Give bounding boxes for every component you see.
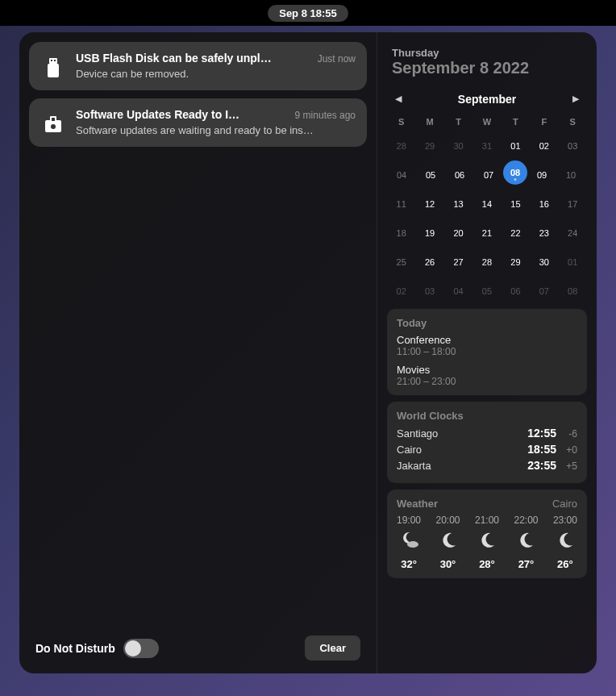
dnd-label: Do Not Disturb — [35, 642, 115, 655]
forecast-temp: 30° — [440, 558, 456, 570]
calendar-day[interactable]: 04 — [387, 160, 416, 190]
clock-offset: +5 — [563, 461, 577, 472]
calendar-day[interactable]: 21 — [472, 219, 501, 248]
calendar-day[interactable]: 13 — [444, 190, 472, 219]
next-month-icon[interactable]: ▶ — [569, 90, 582, 107]
moon-cloud-icon — [398, 531, 419, 553]
calendar-day[interactable]: 08 — [559, 277, 587, 306]
notification-title: Software Updates Ready to I… — [76, 108, 287, 121]
calendar-day[interactable]: 07 — [530, 277, 558, 306]
clock-city: Jakarta — [397, 460, 521, 472]
event-item: Movies 21:00 – 23:00 — [397, 364, 577, 387]
notification[interactable]: Software Updates Ready to I… 9 minutes a… — [29, 98, 367, 147]
dnd-toggle[interactable] — [123, 639, 159, 658]
calendar-day[interactable]: 09 — [527, 160, 556, 190]
calendar-day[interactable]: 28 — [387, 131, 415, 160]
calendar-day[interactable]: 01 — [502, 131, 530, 160]
calendar-day[interactable]: 26 — [415, 248, 443, 277]
calendar-day[interactable]: 06 — [445, 160, 474, 190]
calendar-day[interactable]: 18 — [387, 219, 415, 248]
calendar-day-today[interactable]: 08 — [503, 160, 527, 185]
calendar-day[interactable]: 29 — [415, 131, 443, 160]
calendar-day[interactable]: 15 — [502, 190, 530, 219]
calendar-day[interactable]: 02 — [387, 277, 415, 306]
notification-desc: Device can be removed. — [76, 68, 356, 80]
clock-time: 23:55 — [527, 459, 556, 472]
calendar-dow: T — [502, 112, 530, 131]
forecast-time: 19:00 — [397, 515, 421, 526]
calendar-day[interactable]: 12 — [415, 190, 443, 219]
tray-footer: Do Not Disturb Clear — [29, 632, 367, 664]
calendar-day[interactable]: 05 — [416, 160, 445, 190]
calendar-day[interactable]: 28 — [472, 248, 501, 277]
calendar-day[interactable]: 30 — [444, 131, 472, 160]
calendar-day[interactable]: 22 — [502, 219, 530, 248]
calendar-day[interactable]: 23 — [530, 219, 558, 248]
calendar-day[interactable]: 01 — [559, 248, 587, 277]
calendar-day[interactable]: 29 — [502, 248, 530, 277]
calendar-day[interactable]: 25 — [387, 248, 415, 277]
notification-body: Software Updates Ready to I… 9 minutes a… — [76, 108, 356, 137]
svg-rect-3 — [48, 64, 59, 77]
forecast-time: 21:00 — [475, 515, 499, 526]
forecast-time: 22:00 — [514, 515, 538, 526]
full-date-label: September 8 2022 — [392, 59, 582, 77]
event-time: 11:00 – 18:00 — [397, 346, 577, 357]
calendar-day[interactable]: 17 — [559, 190, 587, 219]
prev-month-icon[interactable]: ◀ — [392, 90, 405, 107]
forecast-item: 22:00 27° — [514, 515, 538, 570]
calendar-day[interactable]: 27 — [444, 248, 472, 277]
usb-icon — [40, 55, 66, 81]
calendar-day[interactable]: 14 — [472, 190, 501, 219]
forecast-time: 23:00 — [553, 515, 577, 526]
world-clocks-card[interactable]: World Clocks Santiago 12:55 -6Cairo 18:5… — [387, 402, 587, 483]
notification-body: USB Flash Disk can be safely unpl… Just … — [76, 52, 356, 81]
calendar-day[interactable]: 11 — [387, 190, 415, 219]
moon-icon — [477, 531, 497, 553]
calendar-day[interactable]: 19 — [415, 219, 443, 248]
message-tray: USB Flash Disk can be safely unpl… Just … — [19, 32, 597, 673]
calendar-day[interactable]: 16 — [530, 190, 558, 219]
moon-icon — [556, 531, 575, 553]
clock-offset: -6 — [563, 428, 577, 440]
clock-city: Santiago — [397, 427, 521, 440]
notification[interactable]: USB Flash Disk can be safely unpl… Just … — [29, 42, 367, 90]
calendar-day[interactable]: 03 — [559, 131, 587, 160]
calendar-dow: M — [415, 112, 443, 131]
clear-button[interactable]: Clear — [305, 636, 360, 661]
notifications-pane: USB Flash Disk can be safely unpl… Just … — [19, 32, 377, 673]
notification-title: USB Flash Disk can be safely unpl… — [76, 52, 310, 65]
calendar-dow: W — [472, 112, 501, 131]
calendar-day[interactable]: 04 — [444, 277, 472, 306]
calendar-day[interactable]: 03 — [415, 277, 443, 306]
calendar-day[interactable]: 24 — [559, 219, 587, 248]
dnd-control: Do Not Disturb — [35, 639, 159, 658]
forecast-temp: 27° — [518, 558, 535, 570]
calendar-day[interactable]: 20 — [444, 219, 472, 248]
calendar-day[interactable]: 07 — [474, 160, 503, 190]
calendar-nav: ◀ September ▶ — [385, 85, 589, 112]
calendar-day[interactable]: 10 — [556, 160, 585, 190]
calendar-day[interactable]: 05 — [472, 277, 501, 306]
calendar-day[interactable]: 06 — [502, 277, 530, 306]
calendar-dow: F — [530, 112, 558, 131]
weather-city: Cairo — [552, 498, 577, 510]
forecast-item: 19:00 32° — [397, 515, 421, 570]
calendar-pane: Thursday September 8 2022 ◀ September ▶ … — [377, 32, 597, 673]
forecast-temp: 28° — [479, 558, 495, 570]
topbar-datetime-pill[interactable]: Sep 8 18:55 — [268, 5, 348, 22]
calendar-day[interactable]: 30 — [530, 248, 558, 277]
event-time: 21:00 – 23:00 — [397, 376, 577, 387]
clock-row: Cairo 18:55 +0 — [397, 443, 577, 456]
forecast-temp: 32° — [401, 558, 417, 570]
svg-point-7 — [51, 124, 56, 129]
svg-rect-1 — [51, 60, 52, 61]
calendar-day[interactable]: 31 — [472, 131, 501, 160]
weather-card[interactable]: Weather Cairo 19:00 32°20:00 30°21:00 28… — [387, 490, 587, 578]
calendar-day[interactable]: 02 — [530, 131, 558, 160]
clock-time: 12:55 — [527, 427, 556, 440]
calendar-month-label: September — [458, 93, 516, 106]
notifications-list: USB Flash Disk can be safely unpl… Just … — [29, 42, 367, 632]
software-icon — [40, 111, 66, 137]
events-card[interactable]: Today Conference 11:00 – 18:00Movies 21:… — [387, 309, 587, 395]
